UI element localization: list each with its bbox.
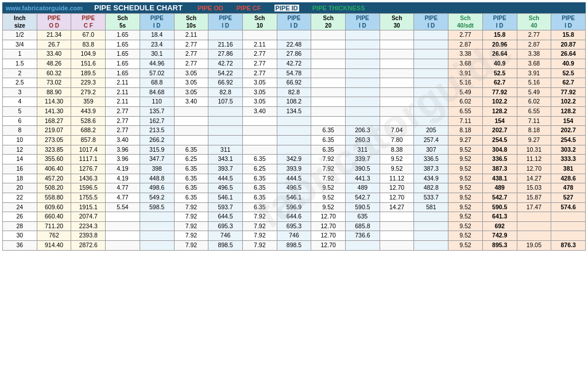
cell-pipe_cf: 857.8 (71, 136, 106, 145)
cell-sch40sdt: 5.16 (448, 78, 483, 88)
cell-pipe_id_5s: 44.96 (140, 59, 174, 68)
cell-pipe_id_10 (277, 126, 311, 136)
table-row: 1.548.26151.61.6544.962.7742.722.7742.72… (3, 59, 586, 68)
cell-pipe_id_10s: 42.72 (208, 59, 243, 68)
cell-inch: 4 (3, 97, 37, 107)
cell-pipe_id_40: 202.7 (551, 126, 586, 136)
cell-inch: 14 (3, 155, 37, 164)
cell-pipe_id_30 (414, 231, 448, 241)
cell-pipe_od: 323.85 (37, 145, 71, 155)
cell-sch10s: 3.05 (174, 87, 208, 97)
cell-pipe_id_20: 635 (346, 212, 380, 222)
cell-sch40sdt: 7.11 (448, 116, 483, 126)
cell-sch5s (106, 212, 140, 222)
cell-pipe_id_5s (140, 241, 174, 251)
cell-sch40 (517, 231, 551, 241)
cell-sch40: 3.38 (517, 49, 551, 59)
cell-pipe_id_40: 527 (551, 193, 586, 202)
cell-pipe_od: 406.40 (37, 164, 71, 174)
cell-pipe_id_10: 108.2 (277, 97, 311, 107)
cell-pipe_id_10s: 746 (208, 231, 243, 241)
cell-sch20: 12.70 (311, 231, 346, 241)
cell-sch20: 9.52 (311, 193, 346, 202)
cell-sch40sdt: 9.52 (448, 183, 483, 193)
cell-sch40sdt: 9.52 (448, 145, 483, 155)
cell-sch20: 7.92 (311, 174, 346, 183)
cell-sch30 (380, 107, 414, 117)
cell-pipe_od: 141.30 (37, 107, 71, 117)
table-row: 1/221.3467.01.6518.42.112.7715.82.7715.8 (3, 30, 586, 40)
cell-sch40sdt: 5.49 (448, 87, 483, 97)
cell-sch5s: 3.40 (106, 136, 140, 145)
cell-sch20 (311, 40, 346, 49)
cell-pipe_id_40 (551, 231, 586, 241)
cell-sch30 (380, 68, 414, 78)
site-url: www.fabricatorguide.com (6, 5, 83, 11)
cell-pipe_id_40sdt: 304.8 (482, 145, 517, 155)
cell-sch20: 12.70 (311, 241, 346, 251)
cell-sch30 (380, 97, 414, 107)
table-container: fabricatorguide Inchsize PIPEO D PIPEC F… (2, 13, 586, 251)
col-header-sch40sdt: Sch40/sdt (448, 14, 483, 30)
cell-inch: 28 (3, 221, 37, 231)
cell-sch20 (311, 87, 346, 97)
cell-pipe_id_30 (414, 97, 448, 107)
cell-sch5s: 1.65 (106, 68, 140, 78)
cell-inch: 1.5 (3, 59, 37, 68)
cell-sch40sdt: 9.52 (448, 174, 483, 183)
cell-inch: 3 (3, 87, 37, 97)
cell-pipe_id_10s: 393.7 (208, 164, 243, 174)
cell-sch30: 7.80 (380, 136, 414, 145)
cell-sch30: 14.27 (380, 202, 414, 212)
cell-pipe_id_10s: 343.1 (208, 155, 243, 164)
cell-pipe_id_20 (346, 68, 380, 78)
cell-pipe_id_10: 66.92 (277, 78, 311, 88)
cell-sch10s: 3.05 (174, 78, 208, 88)
cell-pipe_id_10: 134.5 (277, 107, 311, 117)
cell-sch40: 11.12 (517, 155, 551, 164)
cell-sch10s (174, 116, 208, 126)
cell-pipe_id_30 (414, 30, 448, 40)
cell-pipe_id_30 (414, 107, 448, 117)
cell-pipe_id_40sdt: 40.9 (482, 59, 517, 68)
cell-pipe_id_40sdt: 542.7 (482, 193, 517, 202)
cell-pipe_id_10: 496.5 (277, 183, 311, 193)
cell-pipe_id_10: 444.5 (277, 174, 311, 183)
cell-pipe_id_10 (277, 116, 311, 126)
cell-pipe_id_10s: 898.5 (208, 241, 243, 251)
cell-pipe_od: 60.32 (37, 68, 71, 78)
cell-pipe_id_10s: 66.92 (208, 78, 243, 88)
col-header-pipe-od: PIPEO D (37, 14, 71, 30)
cell-pipe_od: 508.20 (37, 183, 71, 193)
cell-pipe_id_40: 52.5 (551, 68, 586, 78)
cell-sch10: 7.92 (242, 241, 277, 251)
cell-pipe_id_40sdt: 438.1 (482, 174, 517, 183)
cell-pipe_id_20 (346, 40, 380, 49)
cell-pipe_id_20: 489 (346, 183, 380, 193)
cell-pipe_cf: 1755.5 (71, 193, 106, 202)
cell-sch40: 5.16 (517, 78, 551, 88)
cell-sch5s (106, 241, 140, 251)
cell-pipe_id_5s (140, 231, 174, 241)
cell-pipe_id_40sdt: 128.2 (482, 107, 517, 117)
cell-pipe_id_5s: 68.8 (140, 78, 174, 88)
table-row: 3/426.783.81.6523.42.7721.162.1122.482.8… (3, 40, 586, 49)
cell-sch10: 3.05 (242, 97, 277, 107)
cell-sch5s: 1.65 (106, 59, 140, 68)
cell-sch5s: 2.77 (106, 116, 140, 126)
cell-pipe_id_30: 387.3 (414, 164, 448, 174)
cell-sch10: 6.25 (242, 164, 277, 174)
cell-sch10: 7.92 (242, 212, 277, 222)
cell-pipe_id_10 (277, 30, 311, 40)
cell-sch10 (242, 126, 277, 136)
cell-pipe_id_30: 257.4 (414, 136, 448, 145)
cell-inch: 2.5 (3, 78, 37, 88)
cell-sch40sdt: 9.52 (448, 164, 483, 174)
table-row: 16406.401276.74.193986.35393.76.25393.97… (3, 164, 586, 174)
cell-pipe_id_40: 876.3 (551, 241, 586, 251)
cell-sch30: 12.70 (380, 193, 414, 202)
cell-pipe_id_5s: 598.5 (140, 202, 174, 212)
cell-sch5s: 5.54 (106, 202, 140, 212)
cell-sch40sdt: 9.52 (448, 202, 483, 212)
col-header-pipe-id-10: PIPEI D (277, 14, 311, 30)
